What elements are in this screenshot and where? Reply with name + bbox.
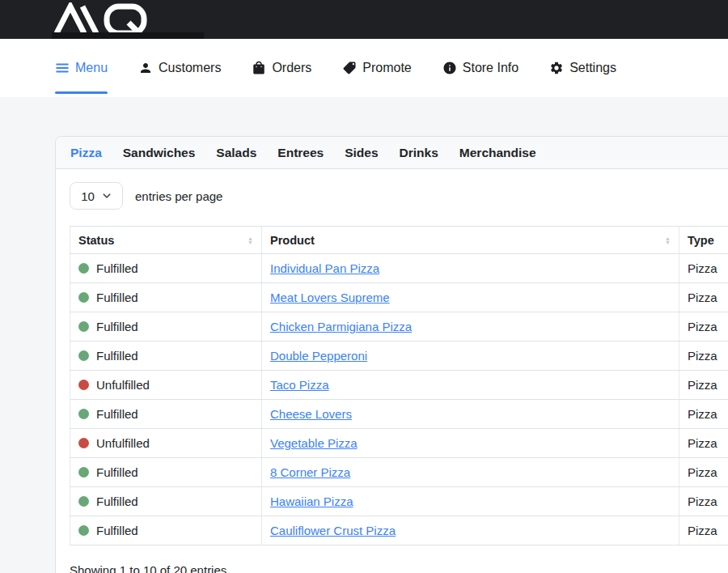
product-link[interactable]: 8 Corner Pizza: [270, 465, 350, 479]
product-link[interactable]: Vegetable Pizza: [270, 436, 358, 450]
entries-per-page-select[interactable]: 10: [70, 182, 123, 210]
type-label: Pizza: [688, 378, 717, 392]
sort-icon[interactable]: ▲ ▼: [665, 236, 671, 244]
status-dot-icon: [78, 496, 89, 507]
column-header-status[interactable]: Status ▲ ▼: [70, 227, 262, 254]
card-body: 10 entries per page Status ▲ ▼: [56, 169, 728, 573]
table-row: Fulfilled Individual Pan Pizza Pizza: [70, 254, 728, 283]
type-cell: Pizza: [679, 342, 728, 371]
nav-item-store-info[interactable]: Store Info: [442, 61, 518, 75]
logo-understrip: [52, 32, 204, 39]
topbar: [0, 0, 728, 39]
aiq-logo[interactable]: [52, 2, 191, 36]
type-label: Pizza: [688, 407, 717, 421]
status-dot-icon: [78, 438, 89, 448]
category-tab[interactable]: Pizza: [70, 146, 102, 160]
status-cell: Fulfilled: [70, 312, 262, 342]
product-cell: Meat Lovers Supreme: [262, 283, 679, 312]
chevron-down-icon: [102, 191, 112, 201]
category-tab[interactable]: Entrees: [277, 146, 324, 160]
product-link[interactable]: Meat Lovers Supreme: [270, 291, 390, 304]
info-icon: [442, 61, 457, 75]
products-table: Status ▲ ▼ Product ▲: [70, 226, 728, 545]
status-dot-icon: [78, 263, 89, 274]
type-label: Pizza: [688, 436, 717, 450]
nav-item-label: Store Info: [463, 61, 518, 75]
product-link[interactable]: Cheese Lovers: [270, 407, 352, 421]
type-label: Pizza: [688, 465, 717, 479]
gear-icon: [549, 61, 564, 75]
table-row: Fulfilled Double Pepperoni Pizza: [70, 342, 728, 371]
type-label: Pizza: [688, 524, 717, 537]
nav-item-menu[interactable]: Menu: [55, 61, 108, 75]
product-cell: Chicken Parmigiana Pizza: [262, 312, 679, 342]
entries-per-page-value: 10: [81, 189, 95, 203]
status-dot-icon: [78, 409, 89, 419]
type-cell: Pizza: [679, 283, 728, 312]
type-cell: Pizza: [679, 429, 728, 458]
category-tab[interactable]: Merchandise: [459, 146, 536, 160]
type-cell: Pizza: [679, 254, 728, 283]
table-row: Unfulfilled Vegetable Pizza Pizza: [70, 429, 728, 458]
nav-item-settings[interactable]: Settings: [549, 61, 616, 75]
product-cell: Cauliflower Crust Pizza: [262, 516, 679, 545]
status-label: Fulfilled: [96, 261, 138, 275]
table-row: Fulfilled Chicken Parmigiana Pizza Pizza: [70, 312, 728, 342]
status-dot-icon: [78, 380, 89, 390]
product-link[interactable]: Individual Pan Pizza: [270, 261, 379, 275]
aiq-logo-icon: [52, 2, 191, 36]
category-tab[interactable]: Drinks: [400, 146, 438, 160]
category-tabs: Pizza Sandwiches Salads Entrees Sides Dr…: [56, 137, 728, 169]
nav-item-label: Orders: [272, 61, 311, 75]
menu-card: Pizza Sandwiches Salads Entrees Sides Dr…: [55, 136, 728, 573]
product-link[interactable]: Hawaiian Pizza: [270, 494, 353, 508]
status-cell: Fulfilled: [70, 516, 262, 545]
status-label: Fulfilled: [96, 407, 138, 421]
status-cell: Fulfilled: [70, 254, 262, 283]
status-label: Unfulfilled: [96, 436, 150, 450]
table-row: Fulfilled 8 Corner Pizza Pizza: [70, 458, 728, 487]
nav-item-label: Settings: [569, 61, 616, 75]
status-label: Unfulfilled: [96, 378, 150, 392]
table-row: Fulfilled Cheese Lovers Pizza: [70, 400, 728, 429]
category-tab[interactable]: Salads: [216, 146, 256, 160]
product-link[interactable]: Taco Pizza: [270, 378, 329, 392]
type-cell: Pizza: [679, 458, 728, 487]
nav-item-orders[interactable]: Orders: [252, 61, 311, 75]
column-header-type[interactable]: Type: [679, 227, 728, 254]
table-row: Unfulfilled Taco Pizza Pizza: [70, 371, 728, 400]
category-tab[interactable]: Sides: [345, 146, 378, 160]
product-cell: Cheese Lovers: [262, 400, 679, 429]
product-cell: Taco Pizza: [262, 371, 679, 400]
nav-item-promote[interactable]: Promote: [342, 61, 411, 75]
product-link[interactable]: Chicken Parmigiana Pizza: [270, 320, 412, 333]
status-cell: Unfulfilled: [70, 371, 262, 400]
nav-item-label: Menu: [75, 61, 108, 75]
status-label: Fulfilled: [96, 320, 138, 333]
page-background: Pizza Sandwiches Salads Entrees Sides Dr…: [0, 97, 728, 573]
column-header-label: Product: [270, 234, 315, 247]
table-row: Fulfilled Cauliflower Crust Pizza Pizza: [70, 516, 728, 545]
status-label: Fulfilled: [96, 291, 138, 304]
category-tab[interactable]: Sandwiches: [123, 146, 196, 160]
product-link[interactable]: Cauliflower Crust Pizza: [270, 524, 396, 537]
status-dot-icon: [78, 350, 89, 361]
status-label: Fulfilled: [96, 465, 138, 479]
product-cell: Hawaiian Pizza: [262, 487, 679, 516]
type-label: Pizza: [688, 320, 717, 333]
type-label: Pizza: [688, 349, 717, 363]
status-label: Fulfilled: [96, 494, 138, 508]
entries-summary: Showing 1 to 10 of 20 entries: [70, 563, 728, 573]
column-header-product[interactable]: Product ▲ ▼: [262, 227, 679, 254]
table-row: Fulfilled Meat Lovers Supreme Pizza: [70, 283, 728, 312]
nav-item-customers[interactable]: Customers: [138, 61, 221, 75]
product-cell: Individual Pan Pizza: [262, 254, 679, 283]
nav-item-label: Promote: [362, 61, 411, 75]
table-row: Fulfilled Hawaiian Pizza Pizza: [70, 487, 728, 516]
sort-icon[interactable]: ▲ ▼: [248, 236, 253, 244]
type-label: Pizza: [688, 291, 717, 304]
person-icon: [138, 61, 153, 75]
status-label: Fulfilled: [96, 349, 138, 363]
product-link[interactable]: Double Pepperoni: [270, 349, 367, 363]
pagesize-row: 10 entries per page: [70, 182, 728, 210]
